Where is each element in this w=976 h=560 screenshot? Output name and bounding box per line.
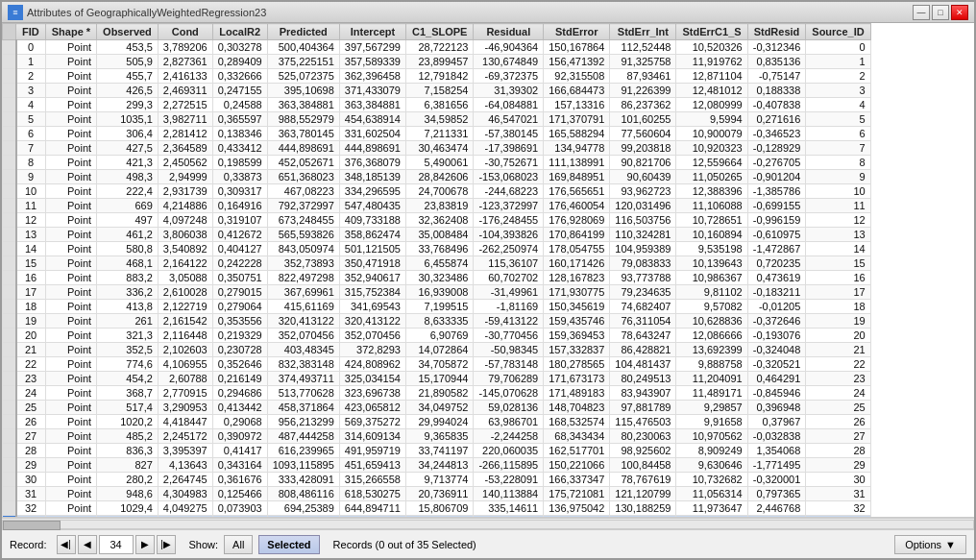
table-cell: 93,773788 bbox=[610, 271, 676, 285]
table-container[interactable]: FID Shape * Observed Cond LocalR2 Predic… bbox=[2, 23, 974, 518]
table-row[interactable]: 16Point883,23,050880,350751822,497298352… bbox=[3, 271, 871, 285]
col-header-sourceid[interactable]: Source_ID bbox=[806, 24, 870, 40]
table-row[interactable]: 20Point321,32,1164480,219329352,07045635… bbox=[3, 329, 871, 343]
table-cell: Point bbox=[45, 487, 96, 501]
table-cell: 424,808962 bbox=[339, 357, 405, 372]
table-cell: 86,428821 bbox=[610, 343, 676, 357]
table-row[interactable]: 23Point454,22,607880,216149374,493711325… bbox=[3, 372, 871, 386]
table-cell: 6,381656 bbox=[405, 98, 473, 112]
table-cell: 501,121505 bbox=[339, 242, 405, 256]
table-row[interactable]: 2Point455,72,4161330,332666525,072375362… bbox=[3, 69, 871, 84]
table-cell: Point bbox=[45, 401, 96, 415]
col-header-fid[interactable]: FID bbox=[16, 24, 46, 40]
table-cell: 25 bbox=[16, 401, 46, 415]
table-cell: 8 bbox=[806, 156, 870, 170]
table-row[interactable]: 14Point580,83,5408920,404127843,05097450… bbox=[3, 242, 871, 256]
table-row[interactable]: 32Point1029,44,0492750,073903694,2538964… bbox=[3, 501, 871, 516]
table-cell: 14 bbox=[16, 242, 46, 256]
horizontal-scrollbar[interactable] bbox=[2, 518, 974, 529]
show-selected-button[interactable]: Selected bbox=[258, 535, 319, 554]
table-cell: -0,901204 bbox=[747, 170, 806, 184]
table-row[interactable]: 1Point505,92,8273610,289409375,225151357… bbox=[3, 55, 871, 69]
table-cell: 363,780145 bbox=[267, 127, 339, 141]
table-row[interactable]: 18Point413,82,1227190,279064415,61169341… bbox=[3, 300, 871, 314]
table-row[interactable]: 22Point774,64,1069550,352646832,38314842… bbox=[3, 357, 871, 372]
col-header-stderrc1s[interactable]: StdErrC1_S bbox=[676, 24, 747, 40]
table-row[interactable]: 21Point352,52,1026030,230728403,48345372… bbox=[3, 343, 871, 357]
row-indicator bbox=[3, 69, 16, 84]
title-bar-left: ≡ Attributes of GeographicallyWeightedRe… bbox=[8, 5, 266, 20]
table-cell: 0,247155 bbox=[212, 84, 267, 98]
nav-next-button[interactable]: ▶ bbox=[135, 535, 155, 554]
table-cell: 0,164916 bbox=[212, 199, 267, 213]
table-cell: -0,032838 bbox=[747, 429, 806, 444]
table-row[interactable]: 8Point421,32,4505620,198599452,052671376… bbox=[3, 156, 871, 170]
col-header-c1slope[interactable]: C1_SLOPE bbox=[405, 24, 473, 40]
table-row[interactable]: 11Point6694,2148860,164916792,372997547,… bbox=[3, 199, 871, 213]
table-row[interactable]: 28Point836,33,3953970,41417616,239965491… bbox=[3, 444, 871, 458]
table-cell: 12,481012 bbox=[676, 84, 747, 98]
table-row[interactable]: 9Point498,32,949990,33873651,368023348,1… bbox=[3, 170, 871, 184]
table-row[interactable]: 12Point4974,0972480,319107673,248455409,… bbox=[3, 213, 871, 228]
table-row[interactable]: 0Point453,53,7892060,303278500,404364397… bbox=[3, 40, 871, 55]
minimize-button[interactable]: — bbox=[913, 5, 930, 20]
table-row[interactable]: 29Point8274,136430,3431641093,115895451,… bbox=[3, 458, 871, 473]
table-cell: -0,01205 bbox=[747, 300, 806, 314]
table-cell: 79,706289 bbox=[474, 372, 544, 386]
table-row[interactable]: 26Point1020,24,4184470,29068956,21329956… bbox=[3, 415, 871, 429]
table-cell: 454,2 bbox=[97, 372, 159, 386]
table-row[interactable]: 25Point517,43,2909530,413442458,37186442… bbox=[3, 401, 871, 415]
row-indicator bbox=[3, 55, 16, 69]
table-row[interactable]: 15Point468,12,1641220,242228352,73893350… bbox=[3, 256, 871, 271]
close-button[interactable]: ✕ bbox=[951, 5, 968, 20]
row-indicator bbox=[3, 213, 16, 228]
table-row[interactable]: 10Point222,42,9317390,309317467,08223334… bbox=[3, 184, 871, 199]
col-header-localr2[interactable]: LocalR2 bbox=[212, 24, 267, 40]
table-cell: Point bbox=[45, 300, 96, 314]
col-header-cond[interactable]: Cond bbox=[158, 24, 212, 40]
table-row[interactable]: 30Point280,22,2647450,361676333,42809131… bbox=[3, 473, 871, 487]
table-row[interactable]: 3Point426,52,4693110,247155395,10698371,… bbox=[3, 84, 871, 98]
nav-prev-button[interactable]: ◀ bbox=[78, 535, 97, 554]
col-header-stdresid[interactable]: StdResid bbox=[747, 24, 806, 40]
table-cell: 0,33873 bbox=[212, 170, 267, 184]
col-header-shape[interactable]: Shape * bbox=[45, 24, 96, 40]
col-header-stderror[interactable]: StdError bbox=[544, 24, 610, 40]
col-header-residual[interactable]: Residual bbox=[474, 24, 544, 40]
table-row[interactable]: 13Point461,23,8060380,412672565,59382635… bbox=[3, 228, 871, 242]
row-indicator bbox=[3, 242, 16, 256]
col-header-predicted[interactable]: Predicted bbox=[267, 24, 339, 40]
table-row[interactable]: 27Point485,22,2451720,390972487,44425831… bbox=[3, 429, 871, 444]
table-cell: 0,271616 bbox=[747, 112, 806, 127]
table-row[interactable]: 31Point948,64,3049830,125466808,48611661… bbox=[3, 487, 871, 501]
options-button[interactable]: Options ▼ bbox=[894, 535, 966, 554]
table-cell: 694,25389 bbox=[267, 501, 339, 516]
table-cell: -176,248455 bbox=[474, 213, 544, 228]
table-cell: 0,404127 bbox=[212, 242, 267, 256]
table-row[interactable]: 24Point368,72,7709150,294686513,77062832… bbox=[3, 386, 871, 401]
table-cell: 34,705872 bbox=[405, 357, 473, 372]
record-number-input[interactable] bbox=[99, 535, 134, 554]
table-cell: 669 bbox=[97, 199, 159, 213]
table-cell: 500,404364 bbox=[267, 40, 339, 55]
table-row[interactable]: 5Point1035,13,9827110,365597988,55297945… bbox=[3, 112, 871, 127]
table-cell: 176,928069 bbox=[544, 213, 610, 228]
table-row[interactable]: 7Point427,52,3645890,433412444,898691444… bbox=[3, 141, 871, 156]
maximize-button[interactable]: □ bbox=[932, 5, 949, 20]
table-cell: -262,250974 bbox=[474, 242, 544, 256]
table-header-row: FID Shape * Observed Cond LocalR2 Predic… bbox=[3, 24, 871, 40]
table-row[interactable]: 17Point336,22,6100280,279015367,69961315… bbox=[3, 285, 871, 300]
table-row[interactable]: 6Point306,42,2814120,138346363,780145331… bbox=[3, 127, 871, 141]
table-cell: Point bbox=[45, 228, 96, 242]
row-indicator bbox=[3, 444, 16, 458]
table-cell: 3,789206 bbox=[158, 40, 212, 55]
nav-last-button[interactable]: |▶ bbox=[157, 535, 176, 554]
table-cell: 80,249513 bbox=[610, 372, 676, 386]
table-row[interactable]: 19Point2612,1615420,353556320,413122320,… bbox=[3, 314, 871, 329]
nav-first-button[interactable]: ◀| bbox=[57, 535, 76, 554]
col-header-intercept[interactable]: Intercept bbox=[339, 24, 405, 40]
table-row[interactable]: 4Point299,32,2725150,24588363,384881363,… bbox=[3, 98, 871, 112]
show-all-button[interactable]: All bbox=[224, 535, 253, 554]
col-header-observed[interactable]: Observed bbox=[97, 24, 159, 40]
col-header-stderrint[interactable]: StdErr_Int bbox=[610, 24, 676, 40]
